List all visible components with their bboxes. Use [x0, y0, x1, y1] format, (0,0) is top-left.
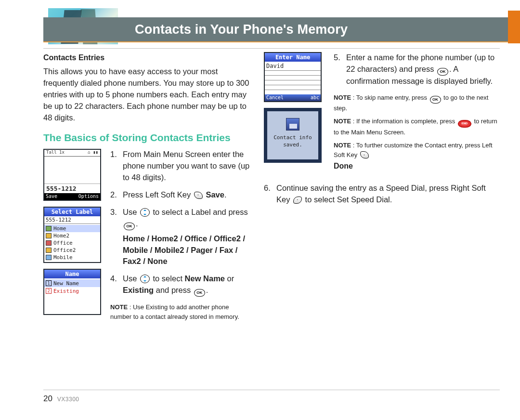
opt-existing: Existing [53, 289, 79, 294]
note-skip: NOTE : To skip name entry, press OK to g… [334, 93, 500, 113]
bottom-rule [43, 390, 500, 390]
phone-screen-saved: Contact info saved. [264, 108, 322, 163]
screen-title: Name [44, 270, 100, 278]
left-column: Contacts Entries This allows you to have… [43, 52, 250, 385]
ok-key-icon: OK [437, 68, 448, 76]
entered-name: David [265, 62, 321, 70]
opt-new-name: New Name [53, 281, 79, 286]
step-1: 1. From Main Menu Screen enter the phone… [110, 149, 250, 184]
section-heading: Contacts Entries [43, 52, 250, 63]
step-4: 4. Use to select New Name or Existing an… [110, 273, 250, 297]
step-3: 3. Use to select a Label and press OK. H… [110, 207, 250, 267]
end-key-icon: END [458, 120, 471, 128]
screen-title: Enter Name [265, 53, 321, 62]
right-soft-key-icon [293, 197, 302, 204]
softkey-right: Options [78, 194, 99, 199]
nav-key-icon [140, 208, 150, 217]
left-soft-key-icon [194, 192, 203, 199]
phone-screen-enter-name: Enter Name David Cancel abc [264, 52, 322, 102]
softkey-right: abc [311, 95, 319, 100]
phone-illustrations-col-right: Enter Name David Cancel abc Contact info… [264, 52, 324, 163]
ok-key-icon: OK [124, 223, 135, 230]
label-home: Home [53, 226, 66, 231]
label-office: Office [53, 240, 73, 246]
phone-screen-name: Name 1New Name 2Existing [43, 269, 101, 315]
subsection-heading: The Basics of Storing Contacts Entries [43, 131, 250, 145]
page-number: 20 [43, 394, 52, 403]
steps-block: Tall 1x ⌂ ▮▮ 555-1212 Save Options Selec… [43, 149, 250, 325]
steps-text: 1. From Main Menu Screen enter the phone… [110, 149, 250, 325]
ok-key-icon: OK [194, 289, 205, 297]
page-footer: 20 VX3300 [43, 394, 79, 404]
page-title: Contacts in Your Phone's Memory [135, 22, 348, 37]
dialed-number: 555-1212 [46, 217, 71, 223]
header-bar: Contacts in Your Phone's Memory [43, 17, 508, 42]
status-right: ⌂ ▮▮ [88, 150, 98, 156]
dialed-number: 555-1212 [44, 184, 100, 193]
step-2: 2. Press Left Soft Key Save. [110, 189, 250, 201]
label-mobile: Mobile [53, 255, 73, 260]
phone-illustrations-col: Tall 1x ⌂ ▮▮ 555-1212 Save Options Selec… [43, 149, 104, 321]
orange-accent-bar [508, 11, 520, 43]
step-6: 6. Continue saving the entry as a Speed … [264, 183, 500, 206]
right-column: Enter Name David Cancel abc Contact info… [264, 52, 500, 385]
phone-screen-select-label: Select Label 555-1212 Home Home2 Office … [43, 207, 101, 263]
model-number: VX3300 [57, 396, 79, 403]
phone-screen-dial: Tall 1x ⌂ ▮▮ 555-1212 Save Options [43, 149, 101, 201]
save-disk-icon [286, 118, 299, 131]
ok-key-icon: OK [430, 96, 441, 104]
top-rule [43, 48, 500, 49]
right-text: 5. Enter a name for the phone number (up… [334, 52, 500, 176]
content: Contacts Entries This allows you to have… [43, 52, 500, 385]
label-options: Home / Home2 / Office / Office2 / Mobile… [123, 233, 250, 268]
nav-key-icon [140, 275, 150, 283]
label-home2: Home2 [53, 233, 69, 238]
status-left: Tall 1x [46, 150, 65, 156]
note-existing: NOTE : Use Existing to add another phone… [110, 302, 250, 321]
note-complete: NOTE : If the information is complete, p… [334, 117, 500, 137]
screen-title: Select Label [44, 208, 100, 216]
note-customize: NOTE : To further customize the Contact … [334, 141, 500, 172]
softkey-left: Save [46, 194, 57, 199]
softkey-left: Cancel [266, 95, 284, 100]
section-intro: This allows you to have easy access to y… [43, 66, 250, 124]
step-5: 5. Enter a name for the phone number (up… [334, 52, 500, 87]
left-soft-key-icon [360, 151, 369, 158]
label-office2: Office2 [53, 248, 76, 253]
